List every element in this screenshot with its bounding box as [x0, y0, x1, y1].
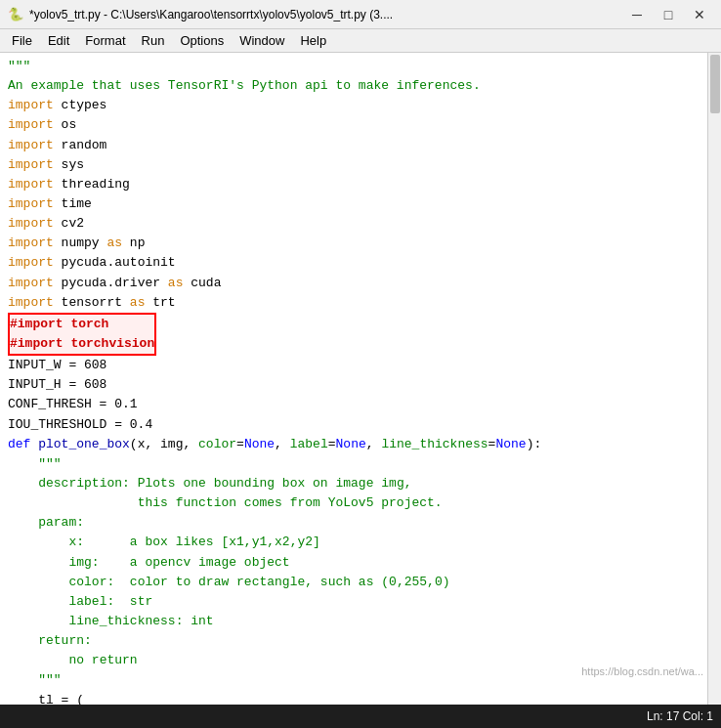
title-text: *yolov5_trt.py - C:\Users\Kangaroo\tenso… [29, 8, 623, 21]
editor-container: """An example that uses TensorRI's Pytho… [0, 53, 721, 705]
menu-format[interactable]: Format [77, 31, 133, 50]
watermark: https://blog.csdn.net/wa... [581, 665, 703, 677]
status-bar: Ln: 17 Col: 1 [0, 705, 721, 728]
menu-run[interactable]: Run [134, 31, 173, 50]
app-icon: 🐍 [8, 7, 23, 22]
maximize-button[interactable]: □ [655, 4, 682, 25]
editor-wrapper: """An example that uses TensorRI's Pytho… [0, 53, 721, 705]
menu-file[interactable]: File [4, 31, 40, 50]
scrollbar-thumb[interactable] [710, 55, 720, 113]
code-editor[interactable]: """An example that uses TensorRI's Pytho… [0, 53, 707, 705]
scrollbar[interactable] [707, 53, 721, 705]
menu-edit[interactable]: Edit [40, 31, 77, 50]
minimize-button[interactable]: ─ [623, 4, 651, 25]
close-button[interactable]: ✕ [686, 4, 713, 25]
cursor-position: Ln: 17 Col: 1 [647, 709, 713, 723]
menu-help[interactable]: Help [292, 31, 334, 50]
menu-bar: File Edit Format Run Options Window Help [0, 29, 721, 53]
title-bar: 🐍 *yolov5_trt.py - C:\Users\Kangaroo\ten… [0, 0, 721, 29]
menu-window[interactable]: Window [232, 31, 292, 50]
menu-options[interactable]: Options [172, 31, 232, 50]
window-controls[interactable]: ─ □ ✕ [623, 4, 713, 25]
